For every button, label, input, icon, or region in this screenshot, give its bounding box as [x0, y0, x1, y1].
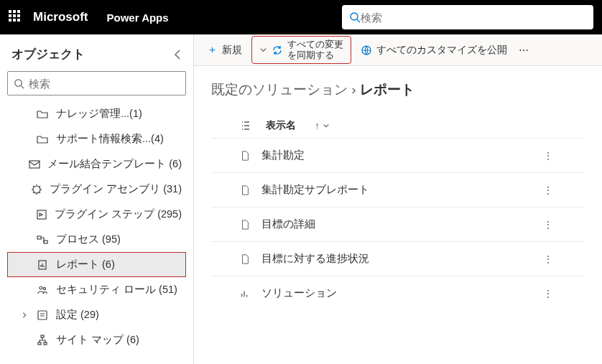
- tree-item[interactable]: ナレッジ管理...(1): [7, 101, 186, 126]
- sync-icon: [272, 45, 283, 56]
- table-row[interactable]: ソリューション⋮: [211, 276, 585, 310]
- plugin-icon: [31, 184, 42, 195]
- breadcrumb-parent[interactable]: 既定のソリューション: [211, 82, 348, 97]
- tree-item[interactable]: メール結合テンプレート (6): [7, 151, 186, 177]
- search-icon: [14, 78, 24, 89]
- row-menu-button[interactable]: ⋮: [540, 147, 556, 164]
- tree-item-label: サイト マップ (6): [56, 333, 139, 347]
- overflow-button[interactable]: ⋯: [517, 42, 530, 59]
- svg-rect-7: [37, 236, 41, 239]
- object-tree: ナレッジ管理...(1)サポート情報検索...(4)メール結合テンプレート (6…: [7, 101, 186, 355]
- search-icon: [349, 11, 361, 23]
- tree-item[interactable]: プラグイン アセンブリ (31): [7, 177, 186, 202]
- table-header: 表示名 ↑: [211, 113, 585, 138]
- tree-item[interactable]: プロセス (95): [7, 227, 186, 252]
- globe-icon: [361, 45, 372, 56]
- row-menu-button[interactable]: ⋮: [540, 182, 556, 199]
- tree-item-label: セキュリティ ロール (51): [56, 283, 177, 297]
- list-icon[interactable]: [240, 120, 251, 131]
- tree-item-label: 設定 (29): [56, 308, 99, 322]
- table-row[interactable]: 集計勘定⋮: [211, 138, 585, 172]
- row-name: ソリューション: [261, 286, 540, 300]
- svg-line-1: [357, 19, 360, 22]
- tree-item[interactable]: セキュリティ ロール (51): [7, 277, 186, 302]
- row-name: 目標の詳細: [261, 218, 540, 231]
- collapse-icon[interactable]: [173, 50, 182, 60]
- chart-icon: [240, 289, 261, 299]
- sync-changes-button[interactable]: すべての変更 を同期する: [252, 37, 351, 63]
- settings-icon: [36, 309, 49, 321]
- report-icon: [36, 259, 49, 271]
- tree-item[interactable]: サイト マップ (6): [7, 327, 186, 353]
- product-label: Power Apps: [107, 11, 169, 24]
- mailtpl-icon: [29, 159, 40, 170]
- tree-item-label: レポート (6): [56, 258, 115, 271]
- svg-point-10: [40, 286, 42, 289]
- brand-label: Microsoft: [33, 10, 88, 24]
- row-menu-button[interactable]: ⋮: [540, 216, 556, 233]
- sitemap-icon: [36, 335, 49, 346]
- row-name: 目標に対する進捗状況: [261, 252, 540, 266]
- sidebar-search[interactable]: [7, 71, 186, 95]
- sync-label-line1: すべての変更: [287, 39, 343, 50]
- tree-item-label: メール結合テンプレート (6): [47, 157, 182, 171]
- content-area: ＋ 新規 すべての変更 を同期する すべてのカスタマイズを公開 ⋯ 既定: [194, 34, 602, 364]
- svg-rect-4: [29, 161, 40, 168]
- sidebar: オブジェクト ナレッジ管理...(1)サポート情報検索...(4)メール結合テン…: [0, 34, 194, 364]
- new-button[interactable]: ＋ 新規: [201, 40, 248, 60]
- tree-item-label: プラグイン ステップ (295): [55, 207, 182, 221]
- tree-item[interactable]: 設定 (29): [7, 302, 186, 327]
- breadcrumb-current: レポート: [360, 82, 415, 97]
- table-row[interactable]: 目標に対する進捗状況⋮: [211, 241, 585, 276]
- doc-icon: [240, 254, 261, 264]
- sidebar-title: オブジェクト: [11, 46, 85, 62]
- svg-rect-8: [44, 241, 47, 243]
- publish-label: すべてのカスタマイズを公開: [376, 44, 507, 57]
- svg-point-0: [351, 13, 358, 20]
- sync-label-line2: を同期する: [287, 50, 343, 60]
- sidebar-search-input[interactable]: [29, 78, 180, 90]
- breadcrumb: 既定のソリューション › レポート: [211, 80, 585, 99]
- table-row[interactable]: 集計勘定サブレポート⋮: [211, 172, 585, 207]
- doc-icon: [240, 220, 261, 230]
- tree-item-label: プラグイン アセンブリ (31): [50, 182, 182, 196]
- tree-item[interactable]: レポート (6): [7, 252, 186, 277]
- tree-item-label: サポート情報検索...(4): [56, 132, 164, 146]
- folder-icon: [36, 108, 49, 120]
- tree-item[interactable]: プラグイン ステップ (295): [7, 202, 186, 227]
- svg-point-2: [15, 79, 22, 85]
- publish-button[interactable]: すべてのカスタマイズを公開: [355, 41, 513, 60]
- svg-rect-14: [38, 342, 41, 345]
- row-menu-button[interactable]: ⋮: [540, 285, 556, 302]
- svg-point-11: [43, 287, 45, 289]
- ellipsis-icon: ⋯: [519, 45, 529, 56]
- tree-item-label: ナレッジ管理...(1): [56, 107, 142, 121]
- waffle-icon[interactable]: [9, 10, 23, 24]
- doc-icon: [240, 185, 261, 195]
- sort-indicator[interactable]: ↑: [315, 120, 330, 131]
- svg-line-3: [21, 85, 24, 88]
- folder-icon: [36, 134, 49, 145]
- table-row[interactable]: 目標の詳細⋮: [211, 207, 585, 241]
- top-bar: Microsoft Power Apps: [0, 0, 602, 34]
- doc-icon: [240, 151, 261, 161]
- column-display-name[interactable]: 表示名: [266, 119, 296, 132]
- tree-item[interactable]: サポート情報検索...(4): [7, 126, 186, 151]
- tree-item-label: プロセス (95): [56, 233, 121, 246]
- global-search-input[interactable]: [361, 11, 586, 24]
- role-icon: [36, 284, 49, 296]
- plus-icon: ＋: [207, 43, 218, 57]
- process-icon: [36, 234, 49, 246]
- row-name: 集計勘定: [261, 149, 540, 162]
- svg-rect-13: [41, 335, 44, 337]
- row-menu-button[interactable]: ⋮: [540, 251, 556, 268]
- global-search[interactable]: [342, 5, 593, 29]
- svg-rect-15: [44, 342, 47, 345]
- new-button-label: 新規: [222, 44, 242, 57]
- expand-icon: [20, 312, 29, 319]
- row-name: 集計勘定サブレポート: [261, 183, 540, 197]
- command-bar: ＋ 新規 すべての変更 を同期する すべてのカスタマイズを公開 ⋯: [194, 34, 602, 66]
- svg-rect-12: [38, 311, 47, 319]
- step-icon: [35, 209, 47, 220]
- chevron-down-icon: [259, 46, 267, 54]
